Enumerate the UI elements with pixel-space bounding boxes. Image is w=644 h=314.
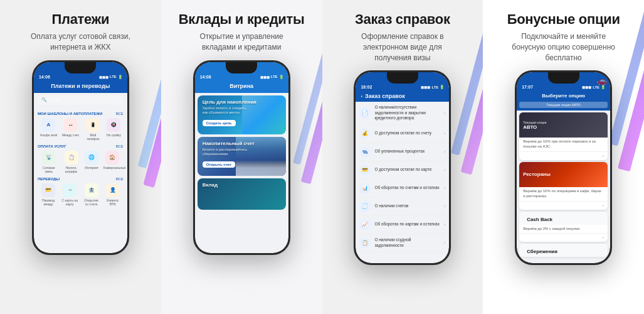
spravki-text-4: О доступном остатке по карте [374, 167, 440, 172]
phone-certificates: 18:02 ◼◼◼LTE🔋 ‹ Заказ справок 📄 О наличи… [349, 70, 456, 308]
cashback-option-card[interactable]: Cash Back Вернём до 2% с каждой покупки.… [519, 212, 608, 242]
panel-payments-title: Платежи [51, 11, 109, 28]
card1-btn[interactable]: Создать цель [203, 120, 236, 126]
option-tabs: Текущая опция АВТО [517, 102, 610, 111]
spravki-text-2: О доступном остатке по счету [374, 131, 440, 136]
section3-link[interactable]: Все [116, 177, 124, 181]
section3-label: ПЕРЕВОДЫ [38, 177, 60, 181]
auto-desc: Вернём до 10% при оплате парковок и за п… [519, 138, 608, 152]
spravki-icon-2: 💰 [359, 128, 371, 139]
spravki-text-5: Об оборотах по счетам и остатках [374, 185, 440, 190]
search-bar[interactable]: 🔍 Поиск [38, 95, 124, 104]
phone-payments: 14:06 ◼◼◼LTE🔋 Платежи и переводы 🔍 Поиск… [27, 60, 134, 308]
auto-option-card[interactable]: Текущая опция АВТО 🚗 Вернём до 10% при о… [519, 112, 608, 160]
spravki-item-5[interactable]: 📊 Об оборотах по счетам и остатках › [356, 180, 449, 198]
phone-notch-3 [387, 72, 418, 84]
phone-notch-4 [548, 72, 579, 84]
card3-title: Вклад [203, 182, 281, 188]
vitrina-header: Витрина [195, 80, 288, 93]
spravki-text-8: О наличии ссудной задолженности [374, 237, 440, 248]
section2-link[interactable]: Все [116, 144, 124, 148]
spravki-icon-6: 🧾 [359, 201, 371, 212]
panel-certificates-subtitle: Оформление справок в электронном виде дл… [346, 31, 459, 63]
restaurants-desc: Вернём до 10% по операциям в кафе, барах… [519, 187, 608, 202]
phone-bonus: 17:07 ◼◼◼LTE🔋 Выберите опцию Текущая опц… [510, 70, 617, 308]
spravki-text-6: О наличии счетов [374, 203, 440, 208]
spravki-icon-5: 📊 [359, 183, 371, 194]
restaurants-arrow: › [602, 203, 604, 208]
panel-deposits: Вклады и кредиты Открытие и управление в… [161, 0, 322, 314]
spravki-icon-1: 📄 [359, 107, 371, 119]
spravki-item-2[interactable]: 💰 О доступном остатке по счету › [356, 125, 449, 143]
panel-payments: Платежи Оплата услуг сотовой связи, инте… [0, 0, 161, 314]
spravki-arrow-6: › [444, 204, 445, 208]
vklad-card[interactable]: Вклад [198, 178, 286, 210]
auto-arrow: › [602, 153, 604, 159]
app-header: Платежи и переводы [34, 80, 127, 93]
spravki-text-1: О наличии/отсутствии задолженности и зак… [374, 105, 440, 121]
card1-sub: Удобно копить и следить, как сбываются м… [203, 106, 253, 116]
spravki-arrow-5: › [444, 186, 445, 190]
spravki-arrow-8: › [444, 241, 445, 245]
spravki-text-3: Об уплаченных процентах [374, 149, 440, 154]
panel-certificates-title: Заказ справок [355, 11, 450, 28]
spravki-arrow-1: › [444, 111, 445, 116]
card2-sub: Копите и распоряжайтесь сбережениями [203, 148, 253, 158]
spravki-icon-7: 📈 [359, 219, 371, 230]
goal-card[interactable]: Цель для накопления Удобно копить и след… [198, 95, 286, 134]
savings-card[interactable]: Накопительный счет Копите и распоряжайте… [198, 137, 286, 176]
search-icon: 🔍 [41, 97, 47, 102]
cashback-arrow: › [602, 235, 604, 241]
spravki-title: Заказ справок [365, 93, 405, 99]
back-icon[interactable]: ‹ [361, 94, 362, 99]
restaurants-option-card[interactable]: Рестораны Вернём до 10% по операциям в к… [519, 162, 608, 210]
panel-bonus-subtitle: Подключайте и меняйте бонусную опцию сов… [507, 31, 620, 63]
panel-deposits-subtitle: Открытие и управление вкладами и кредита… [185, 31, 298, 53]
spravki-arrow-2: › [444, 131, 445, 136]
card2-btn[interactable]: Открыть счет [203, 161, 236, 168]
option-tab-auto[interactable]: Текущая опция АВТО [519, 102, 608, 108]
panel-certificates: Заказ справок Оформление справок в элект… [322, 0, 483, 314]
cashback-title: Cash Back [523, 214, 604, 224]
services-row: 📡Сотовая связь 📋Налоги, штрафы 🌐Интернет… [38, 151, 124, 173]
spravki-arrow-7: › [444, 222, 445, 227]
spravki-icon-8: 📋 [359, 237, 371, 249]
section1-label: МОИ ШАБЛОНЫ И АВТОПЛАТЕЖИ [38, 112, 102, 116]
templates-row: ААльфа зелё ↔Между счет. 📱Мой телефон 🚇Н… [38, 118, 124, 141]
section1-link[interactable]: Все [116, 112, 124, 116]
spravki-header: ‹ Заказ справок [356, 90, 449, 102]
phone-deposits: 14:08 ◼◼◼LTE🔋 Витрина Цель для накоплени… [188, 60, 295, 308]
card1-title: Цель для накопления [203, 99, 281, 105]
option-header: Выберите опцию [517, 90, 610, 102]
panel-payments-subtitle: Оплата услуг сотовой связи, интернета и … [24, 31, 137, 53]
spravki-item-4[interactable]: 💳 О доступном остатке по карте › [356, 161, 449, 180]
section2-label: ОПЛАТА УСЛУГ [38, 144, 66, 148]
phone-notch-2 [226, 62, 257, 73]
panel-bonus-title: Бонусные опции [507, 11, 620, 28]
spravki-item-6[interactable]: 🧾 О наличии счетов › [356, 198, 449, 216]
spravki-item-1[interactable]: 📄 О наличии/отсутствии задолженности и з… [356, 102, 449, 124]
spravki-item-3[interactable]: % Об уплаченных процентах › [356, 143, 449, 161]
panel-deposits-title: Вклады и кредиты [179, 11, 305, 28]
savings-option-card[interactable]: Сбережения [519, 244, 608, 257]
panel-bonus: Бонусные опции Подключайте и меняйте бон… [483, 0, 644, 314]
spravki-text-7: Об оборотах по картам и остатках [374, 222, 440, 227]
spravki-item-7[interactable]: 📈 Об оборотах по картам и остатках › [356, 216, 449, 234]
phone-notch [65, 62, 96, 73]
spravki-arrow-3: › [444, 149, 445, 154]
savings-title: Сбережения [523, 246, 604, 256]
transfers-row: 💳Перевод между →С карты на карту 🏦Открыт… [38, 183, 124, 206]
spravki-arrow-4: › [444, 168, 445, 172]
restaurants-title: Рестораны [523, 171, 604, 177]
spravki-item-8[interactable]: 📋 О наличии ссудной задолженности › [356, 234, 449, 252]
cashback-desc: Вернём до 2% с каждой покупки. [519, 225, 608, 234]
card2-title: Накопительный счет [203, 141, 281, 146]
spravki-icon-4: 💳 [359, 165, 371, 176]
spravki-icon-3: % [359, 146, 371, 158]
